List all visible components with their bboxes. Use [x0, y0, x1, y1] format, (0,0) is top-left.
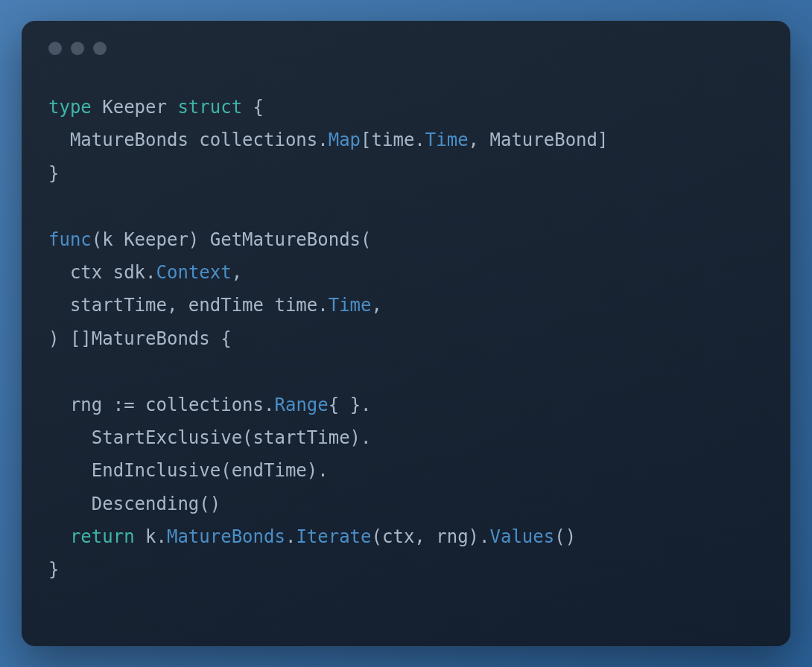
arg-start-time: startTime	[253, 427, 350, 448]
dot: .	[317, 295, 328, 316]
walrus-operator: :=	[113, 395, 135, 415]
package-name: collections	[199, 130, 317, 150]
return-type: MatureBonds	[92, 328, 210, 349]
brace-open: {	[253, 97, 264, 118]
paren-close: )	[469, 526, 479, 547]
field-name: MatureBonds	[70, 130, 188, 150]
value-type: MatureBond	[489, 130, 597, 150]
brace-close: }	[48, 163, 59, 184]
dot: .	[361, 395, 371, 415]
dot: .	[264, 395, 274, 415]
dot: .	[317, 460, 328, 481]
parens: ()	[554, 526, 576, 547]
paren-close: )	[188, 229, 199, 250]
keyword-type: type	[48, 97, 92, 118]
paren-close: )	[350, 427, 361, 448]
arg-rng: rng	[436, 526, 468, 547]
time-package: time	[372, 130, 415, 150]
dot: .	[317, 130, 328, 150]
bracket-close: ]	[597, 130, 608, 150]
dot: .	[361, 427, 371, 448]
slice-bracket: []	[70, 328, 92, 349]
arg-ctx: ctx	[382, 526, 414, 547]
var-k: k	[145, 526, 156, 547]
parens: ()	[199, 494, 221, 514]
comma: ,	[414, 526, 425, 547]
close-dot[interactable]	[48, 42, 62, 55]
dot: .	[414, 130, 425, 150]
keyword-return: return	[70, 526, 135, 547]
dot: .	[479, 526, 489, 547]
dot: .	[145, 262, 156, 283]
paren-open: (	[242, 427, 253, 448]
method-end-inclusive: EndInclusive	[92, 460, 221, 481]
maximize-dot[interactable]	[93, 42, 107, 55]
bracket-open: [	[361, 130, 371, 150]
param-ctx: ctx	[70, 262, 102, 283]
param-end: endTime	[188, 295, 264, 316]
brace-close: }	[48, 559, 59, 580]
collections-package: collections	[145, 395, 264, 415]
keyword-struct: struct	[177, 97, 242, 118]
minimize-dot[interactable]	[71, 42, 84, 55]
keyword-func: func	[48, 229, 92, 250]
comma: ,	[469, 130, 479, 150]
param-start: startTime	[70, 295, 167, 316]
comma: ,	[372, 295, 382, 316]
range-type: Range	[274, 395, 328, 415]
paren-open: (	[361, 229, 371, 250]
time-type: Time	[329, 295, 372, 316]
time-package: time	[274, 295, 317, 316]
var-rng: rng	[70, 395, 102, 415]
sdk-package: sdk	[113, 262, 145, 283]
code-window: type Keeper struct { MatureBonds collect…	[22, 21, 790, 646]
paren-open: (	[92, 229, 102, 250]
brace-open: {	[221, 328, 231, 349]
method-start-exclusive: StartExclusive	[92, 427, 242, 448]
code-block: type Keeper struct { MatureBonds collect…	[48, 91, 764, 587]
receiver-var: k	[102, 229, 112, 250]
comma: ,	[167, 295, 177, 316]
method-descending: Descending	[92, 494, 200, 514]
paren-open: (	[221, 460, 231, 481]
method-iterate: Iterate	[296, 526, 371, 547]
dot: .	[285, 526, 296, 547]
method-name: GetMatureBonds	[210, 229, 361, 250]
time-type: Time	[425, 130, 469, 150]
method-values: Values	[490, 526, 555, 547]
comma: ,	[232, 262, 242, 283]
paren-close: )	[307, 460, 317, 481]
arg-end-time: endTime	[232, 460, 307, 481]
type-name: Keeper	[102, 97, 167, 118]
struct-braces: { }	[329, 395, 361, 415]
field-mature-bonds: MatureBonds	[167, 526, 285, 547]
window-controls	[48, 42, 764, 55]
map-type: Map	[329, 130, 361, 150]
dot: .	[156, 526, 167, 547]
context-type: Context	[156, 262, 232, 283]
paren-open: (	[372, 526, 382, 547]
paren-close: )	[48, 328, 59, 349]
receiver-type: Keeper	[124, 229, 188, 250]
